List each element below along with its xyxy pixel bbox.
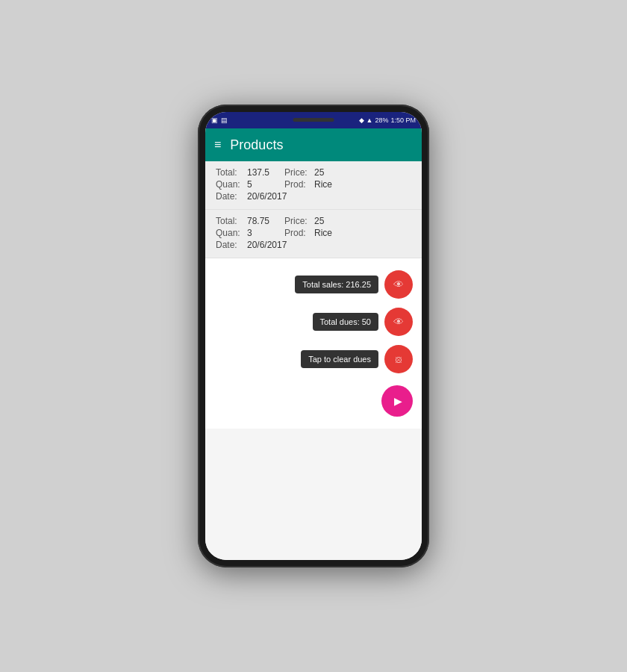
total-sales-label: Total sales: 216.25 [295,276,378,293]
prod-value-1: Rice [314,179,332,190]
fab-button[interactable]: ▶ [381,385,413,417]
date-value-2: 20/6/2017 [247,240,287,250]
battery-percentage: 28% [375,116,388,124]
phone-device: ▣ ▤ ◆ ▲ 28% 1:50 PM ≡ Products Total: [198,105,429,567]
status-left-icons: ▣ ▤ [211,116,228,124]
total-value-1: 137.5 [247,167,284,178]
price-label-1: Price: [284,167,314,178]
status-right-info: ◆ ▲ 28% 1:50 PM [359,116,416,124]
page-title: Products [230,137,283,153]
price-value-2: 25 [314,216,324,226]
clear-dues-label: Tap to clear dues [301,350,378,368]
speaker [293,118,334,122]
prod-value-2: Rice [314,228,332,238]
total-label-2: Total: [216,216,247,226]
product-card-1: Total: 137.5 Price: 25 Quan: 5 Prod: Ric… [205,161,422,210]
content-area: Total: 137.5 Price: 25 Quan: 5 Prod: Ric… [205,161,422,560]
date-value-1: 20/6/2017 [247,191,287,202]
time-display: 1:50 PM [390,116,416,124]
total-sales-button[interactable]: 👁 [384,270,413,299]
date-label-2: Date: [216,240,247,250]
clear-dues-button[interactable]: ⦻ [384,345,413,373]
fab-row: ▶ [381,385,413,417]
phone-screen: ▣ ▤ ◆ ▲ 28% 1:50 PM ≡ Products Total: [205,112,422,560]
product-1-total-row: Total: 137.5 Price: 25 [216,167,411,178]
product-card-2: Total: 78.75 Price: 25 Quan: 3 Prod: Ric… [205,210,422,258]
notification-icon-1: ▣ [211,116,218,124]
total-dues-button[interactable]: 👁 [384,308,413,336]
product-2-total-row: Total: 78.75 Price: 25 [216,216,411,226]
notification-icon-2: ▤ [221,116,228,124]
eye-icon-1: 👁 [393,279,404,290]
product-1-date-row: Date: 20/6/2017 [216,191,411,202]
total-label-1: Total: [216,167,247,178]
product-2-quan-row: Quan: 3 Prod: Rice [216,228,411,238]
prod-label-1: Prod: [284,179,314,190]
date-label-1: Date: [216,191,247,202]
price-label-2: Price: [284,216,314,226]
app-bar: ≡ Products [205,128,422,161]
total-sales-row: Total sales: 216.25 👁 [295,270,413,299]
play-icon: ▶ [394,395,402,407]
product-1-quan-row: Quan: 5 Prod: Rice [216,179,411,190]
quan-value-2: 3 [247,228,284,238]
quan-label-2: Quan: [216,228,247,238]
prod-label-2: Prod: [284,228,314,238]
product-2-date-row: Date: 20/6/2017 [216,240,411,250]
actions-area: Total sales: 216.25 👁 Total dues: 50 👁 T… [205,258,422,429]
menu-icon[interactable]: ≡ [214,138,221,152]
eye-icon-2: 👁 [393,316,404,328]
price-value-1: 25 [314,167,324,178]
quan-label-1: Quan: [216,179,247,190]
total-dues-row: Total dues: 50 👁 [313,308,414,336]
signal-icon: ▲ [366,116,373,124]
total-value-2: 78.75 [247,216,284,226]
total-dues-label: Total dues: 50 [313,313,379,331]
wifi-icon: ◆ [359,116,364,124]
close-circle-icon: ⦻ [393,353,404,365]
quan-value-1: 5 [247,179,284,190]
clear-dues-row: Tap to clear dues ⦻ [301,345,413,373]
products-list: Total: 137.5 Price: 25 Quan: 5 Prod: Ric… [205,161,422,258]
